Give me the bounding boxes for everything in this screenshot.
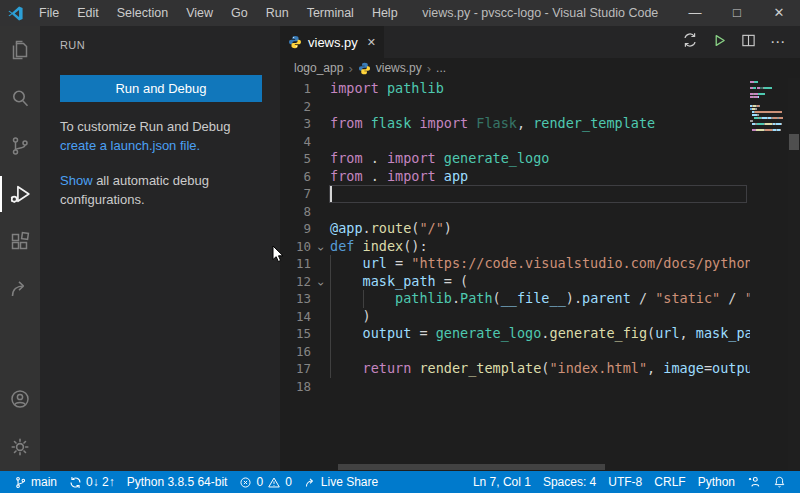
window-title: views.py - pvscc-logo - Visual Studio Co… xyxy=(407,6,674,20)
notifications-status[interactable] xyxy=(767,471,792,493)
breadcrumb-file[interactable]: views.py xyxy=(376,61,422,75)
minimize-button[interactable]: — xyxy=(674,0,716,26)
code-line[interactable]: 8 xyxy=(280,203,750,221)
run-and-debug-button[interactable]: Run and Debug xyxy=(60,75,262,102)
menu-selection[interactable]: Selection xyxy=(108,0,177,26)
python-interpreter-status[interactable]: Python 3.8.5 64-bit xyxy=(121,471,234,493)
code-line[interactable]: 11 url = "https://code.visualstudio.com/… xyxy=(280,255,750,273)
horizontal-scrollbar-thumb[interactable] xyxy=(338,464,605,470)
tab-views-py[interactable]: views.py ✕ xyxy=(280,26,384,58)
run-sidebar: RUN Run and Debug To customize Run and D… xyxy=(40,26,280,471)
code-text: import pathlib xyxy=(330,80,444,98)
customize-prefix-text: To customize Run and Debug xyxy=(60,119,231,134)
sync-status[interactable]: 0↓ 2↑ xyxy=(63,471,121,493)
branch-status[interactable]: main xyxy=(8,471,63,493)
window-controls: — □ ✕ xyxy=(674,0,800,26)
code-line[interactable]: 16 xyxy=(280,343,750,361)
breadcrumb-tail[interactable]: ... xyxy=(436,61,446,75)
indentation-status[interactable]: Spaces: 4 xyxy=(537,471,602,493)
explorer-icon[interactable] xyxy=(0,26,40,74)
code-line[interactable]: 9@app.route("/") xyxy=(280,220,750,238)
breadcrumb: logo_app › views.py › ... xyxy=(280,58,800,78)
live-share-icon[interactable] xyxy=(0,266,40,314)
line-number: 13 xyxy=(280,290,311,308)
code-line[interactable]: 6from . import app xyxy=(280,168,750,186)
customize-text: To customize Run and Debug create a laun… xyxy=(60,118,262,156)
code-line[interactable]: 2 xyxy=(280,98,750,116)
search-icon[interactable] xyxy=(0,74,40,122)
vertical-scrollbar-thumb[interactable] xyxy=(789,134,799,150)
breadcrumb-folder[interactable]: logo_app xyxy=(294,61,343,75)
menu-view[interactable]: View xyxy=(177,0,222,26)
line-number: 8 xyxy=(280,203,311,221)
python-file-icon xyxy=(288,35,302,49)
indent-guide xyxy=(330,360,331,378)
fold-chevron-icon[interactable]: › xyxy=(311,273,330,291)
settings-gear-icon[interactable] xyxy=(0,423,40,471)
fold-gutter xyxy=(311,360,330,378)
menu-bar: FileEditSelectionViewGoRunTerminalHelp xyxy=(30,0,407,26)
split-editor-icon[interactable] xyxy=(741,33,756,52)
python-version-label: Python 3.8.5 64-bit xyxy=(127,475,228,489)
git-branch-icon xyxy=(14,476,27,489)
line-number: 4 xyxy=(280,133,311,151)
code-line[interactable]: 18 xyxy=(280,378,750,396)
more-actions-icon[interactable]: ⋯ xyxy=(770,33,786,51)
error-icon xyxy=(239,476,252,489)
live-share-status[interactable]: Live Share xyxy=(298,471,384,493)
fold-gutter xyxy=(311,343,330,361)
menu-go[interactable]: Go xyxy=(222,0,257,26)
tab-close-icon[interactable]: ✕ xyxy=(367,36,376,49)
sync-icon xyxy=(69,476,82,489)
encoding-status[interactable]: UTF-8 xyxy=(602,471,648,493)
line-number: 15 xyxy=(280,325,311,343)
menu-run[interactable]: Run xyxy=(257,0,298,26)
menu-help[interactable]: Help xyxy=(363,0,407,26)
code-line[interactable]: 3from flask import Flask, render_templat… xyxy=(280,115,750,133)
code-line[interactable]: 10›def index(): xyxy=(280,238,750,256)
run-and-debug-icon[interactable] xyxy=(0,170,40,218)
source-control-icon[interactable] xyxy=(0,122,40,170)
minimap[interactable] xyxy=(750,81,788,135)
menu-file[interactable]: File xyxy=(30,0,68,26)
code-line[interactable]: 7 xyxy=(280,185,750,203)
code-line[interactable]: 13 pathlib.Path(__file__).parent / "stat… xyxy=(280,290,750,308)
line-number: 9 xyxy=(280,220,311,238)
run-python-file-icon[interactable] xyxy=(712,33,727,52)
account-icon[interactable] xyxy=(0,375,40,423)
show-configurations-link[interactable]: Show xyxy=(60,173,93,188)
code-text: from . import generate_logo xyxy=(330,150,549,168)
code-line[interactable]: 12› mask_path = ( xyxy=(280,273,750,291)
encoding-label: UTF-8 xyxy=(608,475,642,489)
close-button[interactable]: ✕ xyxy=(758,0,800,26)
line-number: 5 xyxy=(280,150,311,168)
code-line[interactable]: 17 return render_template("index.html", … xyxy=(280,360,750,378)
tab-label: views.py xyxy=(308,35,358,50)
extensions-icon[interactable] xyxy=(0,218,40,266)
code-line[interactable]: 4 xyxy=(280,133,750,151)
status-bar: main 0↓ 2↑ Python 3.8.5 64-bit 0 0 Live … xyxy=(0,471,800,493)
vscode-window: FileEditSelectionViewGoRunTerminalHelp v… xyxy=(0,0,800,493)
maximize-button[interactable]: □ xyxy=(716,0,758,26)
feedback-status[interactable] xyxy=(741,471,767,493)
code-line[interactable]: 14 ) xyxy=(280,308,750,326)
code-line[interactable]: 5from . import generate_logo xyxy=(280,150,750,168)
fold-chevron-icon[interactable]: › xyxy=(311,238,330,256)
eol-status[interactable]: CRLF xyxy=(648,471,691,493)
cursor-position-status[interactable]: Ln 7, Col 1 xyxy=(467,471,537,493)
code-editor[interactable]: 1import pathlib23from flask import Flask… xyxy=(280,78,800,471)
menu-edit[interactable]: Edit xyxy=(68,0,108,26)
fold-gutter xyxy=(311,255,330,273)
menu-terminal[interactable]: Terminal xyxy=(298,0,363,26)
live-share-icon xyxy=(304,476,317,489)
warning-count: 0 xyxy=(285,475,292,489)
current-line-highlight xyxy=(329,185,747,203)
vertical-scrollbar[interactable] xyxy=(788,78,800,471)
open-changes-icon[interactable] xyxy=(682,32,698,52)
problems-status[interactable]: 0 0 xyxy=(233,471,297,493)
create-launch-json-link[interactable]: create a launch.json file. xyxy=(60,138,200,153)
code-line[interactable]: 15 output = generate_logo.generate_fig(u… xyxy=(280,325,750,343)
indent-guide xyxy=(363,290,364,308)
code-line[interactable]: 1import pathlib xyxy=(280,80,750,98)
language-mode-status[interactable]: Python xyxy=(692,471,741,493)
